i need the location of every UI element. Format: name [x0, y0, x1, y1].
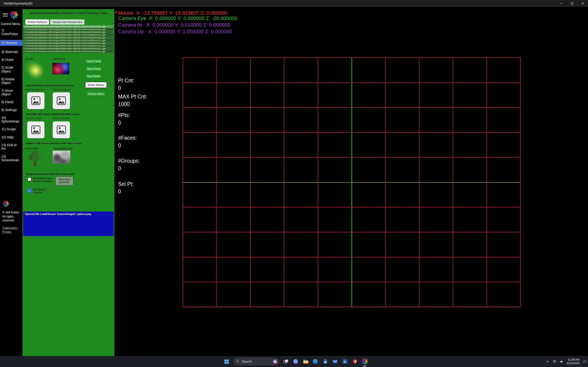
texture-panel: Hot3dxSymmetry3D DirectX12 Xaml Drawing …: [23, 9, 114, 356]
stat-label-groups: #Groups:: [118, 158, 140, 164]
trademarks-link[interactable]: Trademarks: [2, 226, 17, 230]
sidebar-item-2-textures[interactable]: 2) Textures: [0, 40, 23, 46]
grid-checkbox[interactable]: [27, 189, 32, 193]
sidebar-item-6-rotate-object[interactable]: 6) Rotate Object: [0, 77, 23, 85]
background-caption: Background Texture | Video Effect Textur…: [26, 173, 75, 175]
palette-file-row[interactable]: C:\Users\hot3d\AppData\Local\Packages\38…: [24, 36, 113, 39]
minimize-button[interactable]: [556, 0, 567, 7]
sidebar-item-12-help[interactable]: 12) Help: [0, 135, 23, 139]
grid-checkbox-label: Grid Shows if Checked: [33, 188, 55, 194]
edge-browser-icon: [313, 359, 318, 364]
palette-file-row[interactable]: C:\Users\hot3d\AppData\Local\Packages\38…: [24, 25, 113, 28]
close-button[interactable]: [578, 0, 588, 7]
stat-value-groups: 0: [118, 165, 121, 172]
sidebar-item-13-grid-or-pic[interactable]: 13) Grid or Pic: [0, 143, 23, 150]
taskbar-search[interactable]: Search: [233, 358, 279, 365]
file-explorer-button[interactable]: [302, 358, 309, 365]
sphere-texture-label: sphere.png: [53, 57, 65, 60]
edge-button[interactable]: [312, 358, 319, 365]
store-button[interactable]: [322, 358, 329, 365]
pbr-caption: RMA/EMM PBR Texture | Normal PBR Effect …: [26, 113, 79, 115]
sidebar-item-11-sculpt[interactable]: 11) Sculpt: [0, 127, 23, 131]
tab-palette-filename[interactable]: Palette FileName: [25, 19, 49, 25]
palette-file-row[interactable]: C:\Users\hot3d\AppData\Local\Packages\38…: [24, 28, 113, 31]
fire-texture-thumbnail[interactable]: [25, 61, 45, 81]
grid-center-horizontal-line: [183, 182, 520, 183]
footer-logo-icon: [2, 200, 9, 207]
sidebar-item-8-fileio[interactable]: 8) FileIO: [0, 100, 23, 104]
texture-name-button[interactable]: Texture Name: [86, 91, 106, 97]
sphere-texture-thumbnail[interactable]: [52, 63, 69, 74]
clock-date: 9/23/2025: [567, 361, 579, 365]
open-palette-button[interactable]: Open Palette: [86, 66, 102, 71]
copilot-button[interactable]: [292, 358, 299, 365]
toyrobot-rma-thumbnail[interactable]: [27, 92, 44, 109]
atrium-ir-thumbnail[interactable]: [52, 121, 70, 138]
sidebar-item-3-materials[interactable]: 3) Materials: [0, 50, 23, 54]
sidebar-item-4-draw[interactable]: 4) Draw!: [0, 58, 23, 61]
stat-label-max-pt-cnt: MAX Pt Cnt:: [118, 94, 147, 100]
stat-value-pts: 0: [118, 120, 121, 126]
maximize-icon: [571, 2, 573, 5]
task-view-button[interactable]: [283, 358, 289, 365]
mail-icon: [332, 359, 338, 364]
microsoft-store-icon: [323, 359, 328, 364]
start-button[interactable]: [223, 358, 230, 365]
palette-file-row[interactable]: C:\Users\hot3d\AppData\Local\Packages\38…: [24, 47, 113, 50]
readout-camera-eye: Camera Eye X: 0.000000 Y: 0.000000 Z: -2…: [118, 15, 237, 21]
sidebar-item-5-scale-object[interactable]: 5) Scale Object: [0, 66, 23, 73]
palette-file-row[interactable]: C:\Users\hot3d\AppData\Local\Packages\38…: [24, 39, 113, 42]
title-bar: Hot3dxSymmetry3D: [0, 0, 588, 7]
l-app-icon: L: [342, 359, 348, 364]
texture-name-input[interactable]: Enter Name: [85, 82, 107, 88]
fire-texture-label: fire.dds: [25, 57, 33, 60]
window-controls: [556, 0, 588, 7]
shield-icon: [352, 359, 358, 364]
sidebar-item-9-settings[interactable]: 9) Settings: [0, 108, 23, 112]
status-box: Opened file LoadChosen TextureImage2: sp…: [23, 211, 114, 236]
sidebar-item-10-spheredraw[interactable]: 10) SphereDraw: [0, 116, 23, 123]
taskbar-clock[interactable]: 11:39 AM 9/23/2025: [567, 358, 579, 365]
drawing-grid[interactable]: [183, 57, 520, 307]
palette-file-row[interactable]: C:\Users\hot3d\AppData\Local\Packages\38…: [24, 44, 113, 47]
create-palette-button[interactable]: Create Palette: [86, 59, 102, 64]
stat-label-sel-pt: Sel Pt:: [118, 181, 134, 187]
privacy-link[interactable]: Privacy: [2, 230, 11, 234]
tab-sample-edit-filename-box[interactable]: Sample Edit Filename Box: [50, 19, 85, 25]
video-texture-thumbnail[interactable]: [52, 151, 70, 164]
volume-icon[interactable]: [560, 359, 564, 364]
security-shield-button[interactable]: [352, 358, 358, 365]
search-label: Search: [242, 360, 271, 363]
palette-file-row[interactable]: C:\Users\hot3d\AppData\Local\Packages\38…: [24, 31, 113, 33]
stat-label-pt-cnt: Pt Cnt:: [118, 77, 134, 84]
toyrobot-normal-thumbnail[interactable]: [52, 92, 70, 109]
network-wifi-icon[interactable]: [552, 360, 557, 364]
stat-value-sel-pt: 0: [118, 189, 121, 195]
hidden-icons-chevron-icon[interactable]: [546, 360, 549, 363]
atrium-r-thumbnail[interactable]: [27, 121, 44, 138]
hot3dx-app-icon: [362, 359, 368, 365]
palette-file-row[interactable]: C:\Users\hot3d\AppData\Local\Packages\38…: [24, 42, 113, 44]
status-message: Opened file LoadChosen TextureImage2: sp…: [23, 211, 114, 217]
readout-camera-at: Camera At X: 0.000000 Y: 0.010000 Z: 0.0…: [118, 22, 230, 28]
mail-button[interactable]: [332, 358, 338, 365]
save-palette-button[interactable]: Save Palette: [86, 74, 102, 79]
palette-file-row[interactable]: C:\Users\hot3d\AppData\Local\Packages\38…: [24, 33, 113, 36]
palette-file-row[interactable]: C:\Users\hot3d\AppData\Local\Packages\38…: [24, 50, 113, 53]
stat-label-faces: #Faces:: [118, 135, 137, 141]
show-background-button[interactable]: Show Back ground pic: [55, 176, 73, 186]
hamburger-menu-icon[interactable]: [3, 13, 8, 17]
toyrobot-rma-label: Toyrobot_RMA.DDS: [25, 88, 45, 91]
maximize-button[interactable]: [567, 0, 578, 7]
background-checkbox[interactable]: [27, 177, 32, 181]
hot3dx-app-button[interactable]: [362, 358, 368, 365]
grid-horizontal-line: [183, 207, 520, 207]
notifications-bell-icon[interactable]: [582, 359, 587, 364]
sidebar-item-14-screengrab[interactable]: 14) ScreenGrab: [0, 155, 23, 162]
app-logo-icon: [10, 10, 18, 19]
tree-texture-thumbnail[interactable]: [26, 150, 44, 167]
l-app-button[interactable]: L: [342, 358, 348, 365]
copilot-icon: [293, 359, 298, 364]
sidebar-item-1-colorpicker[interactable]: 1) ColorPicker: [0, 28, 23, 36]
sidebar-item-7-move-object[interactable]: 7) Move Object: [0, 89, 23, 96]
